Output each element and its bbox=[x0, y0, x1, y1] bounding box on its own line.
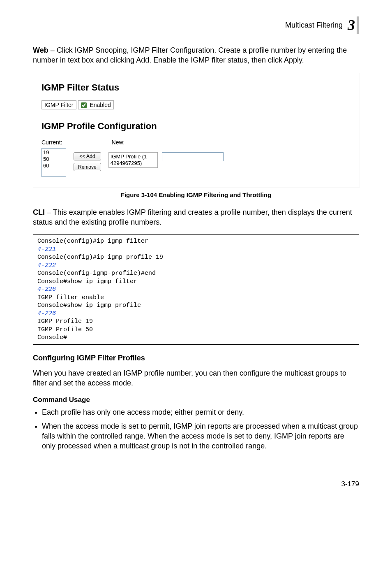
figure-caption: Figure 3-104 Enabling IGMP Filtering and… bbox=[33, 191, 359, 198]
web-intro: Web – Click IGMP Snooping, IGMP Filter C… bbox=[33, 45, 359, 65]
code-link[interactable]: 4-222 bbox=[37, 262, 56, 269]
code-line: Console# bbox=[37, 334, 67, 341]
section-paragraph: When you have created an IGMP profile nu… bbox=[33, 368, 359, 388]
code-line: Console(config)#ip igmp filter bbox=[37, 238, 148, 245]
cli-label: CLI bbox=[33, 208, 45, 216]
new-field-label-line1: IGMP Profile (1- bbox=[111, 153, 149, 160]
cli-text: – This example enables IGMP filtering an… bbox=[33, 208, 352, 226]
filter-label: IGMP Filter bbox=[42, 100, 76, 109]
command-usage-heading: Command Usage bbox=[33, 396, 359, 404]
button-stack: << Add Remove bbox=[74, 152, 101, 171]
list-item: Each profile has only one access mode; e… bbox=[42, 407, 359, 417]
profile-heading: IGMP Profile Configuration bbox=[42, 121, 350, 132]
web-label: Web bbox=[33, 46, 48, 54]
filter-enabled-label: Enabled bbox=[90, 102, 111, 108]
chapter-number: 3 bbox=[348, 18, 355, 32]
chapter-bar bbox=[357, 16, 359, 34]
code-line: Console#show ip igmp filter bbox=[37, 278, 137, 285]
code-line: IGMP filter enable bbox=[37, 294, 104, 301]
filter-row: IGMP Filter Enabled bbox=[42, 100, 350, 109]
remove-button[interactable]: Remove bbox=[74, 163, 101, 171]
code-line: Console(config)#ip igmp profile 19 bbox=[37, 254, 163, 261]
page-header: Multicast Filtering 3 bbox=[33, 16, 359, 34]
list-item[interactable]: 19 bbox=[43, 149, 65, 156]
code-block: Console(config)#ip igmp filter 4-221 Con… bbox=[33, 234, 359, 345]
code-link[interactable]: 4-226 bbox=[37, 286, 56, 293]
new-profile-input[interactable] bbox=[162, 152, 224, 161]
new-field-label-line2: 4294967295) bbox=[111, 160, 142, 166]
web-text: – Click IGMP Snooping, IGMP Filter Confi… bbox=[33, 46, 347, 64]
new-label: New: bbox=[112, 139, 125, 146]
code-line: Console#show ip igmp profile bbox=[37, 302, 141, 309]
filter-enabled-checkbox[interactable] bbox=[81, 102, 87, 108]
list-item[interactable]: 50 bbox=[43, 156, 65, 162]
add-button[interactable]: << Add bbox=[74, 152, 101, 160]
new-block: IGMP Profile (1- 4294967295) bbox=[108, 152, 224, 168]
list-item[interactable]: 60 bbox=[43, 162, 65, 169]
code-line: Console(config-igmp-profile)#end bbox=[37, 270, 156, 277]
bullet-list: Each profile has only one access mode; e… bbox=[33, 407, 359, 451]
code-link[interactable]: 4-221 bbox=[37, 246, 56, 253]
list-item: When the access mode is set to permit, I… bbox=[42, 421, 359, 451]
cli-intro: CLI – This example enables IGMP filterin… bbox=[33, 207, 359, 227]
section-heading: Configuring IGMP Filter Profiles bbox=[33, 354, 359, 362]
code-line: IGMP Profile 50 bbox=[37, 326, 93, 333]
profile-listbox[interactable]: 19 50 60 bbox=[42, 148, 66, 177]
current-label: Current: bbox=[42, 139, 62, 146]
chapter-badge: 3 bbox=[348, 16, 359, 34]
code-link[interactable]: 4-226 bbox=[37, 310, 56, 317]
new-field-label: IGMP Profile (1- 4294967295) bbox=[108, 152, 158, 168]
code-line: IGMP Profile 19 bbox=[37, 318, 93, 325]
page-number: 3-179 bbox=[33, 480, 359, 488]
header-section: Multicast Filtering bbox=[285, 21, 343, 30]
column-labels: Current: New: bbox=[42, 139, 350, 146]
config-row: 19 50 60 << Add Remove IGMP Profile (1- … bbox=[42, 148, 350, 177]
igmp-panel: IGMP Filter Status IGMP Filter Enabled I… bbox=[33, 73, 359, 187]
filter-enabled-cell: Enabled bbox=[78, 100, 114, 109]
status-heading: IGMP Filter Status bbox=[42, 82, 350, 93]
